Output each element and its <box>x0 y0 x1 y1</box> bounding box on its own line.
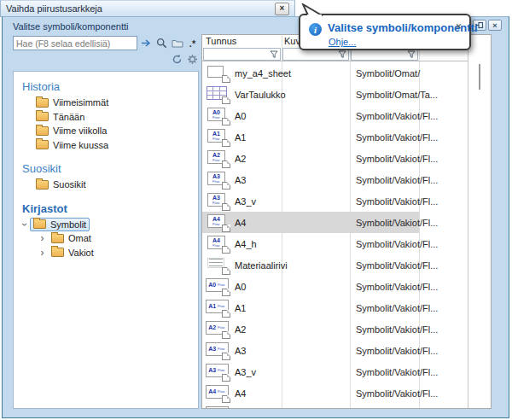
table-rows: my_a4_sheetSymbolit/Omat/VarTaulukkoSymb… <box>202 62 492 408</box>
cell-kuvaus <box>282 318 350 340</box>
table-row[interactable]: A2FlowA2Symbolit/Vakiot/Fl... <box>202 318 492 340</box>
cell-polku: Symbolit/Vakiot/Fl... <box>350 297 419 318</box>
scrollbar-thumb[interactable] <box>479 64 480 90</box>
folder-icon <box>51 248 64 257</box>
cell-tunnus: A0FlowA0 <box>202 276 282 297</box>
folder-browse-icon[interactable] <box>170 36 184 50</box>
table-row[interactable]: A1FlowA1Symbolit/Vakiot/Fl... <box>202 126 492 148</box>
tree-item-suosikit[interactable]: Suosikit <box>14 178 198 192</box>
cell-polku: Symbolit/Vakiot/Fl... <box>350 233 419 254</box>
cell-kuvaus <box>282 382 350 404</box>
tree-item-viime-viikolla[interactable]: Viime viikolla <box>14 124 198 138</box>
cell-tunnus: my_a4_sheet <box>202 62 282 84</box>
help-callout: i Valitse symboli/komponentti × Ohje... <box>299 14 471 50</box>
thumbnail-label: A4 <box>212 216 220 222</box>
tree-item-symbolit[interactable]: ›Symbolit <box>14 218 198 232</box>
page-corner-icon <box>222 182 230 190</box>
cell-kuvaus <box>282 84 350 105</box>
table-row[interactable]: VarTaulukkoSymbolit/Omat/Ta... <box>202 84 492 105</box>
page-corner-icon <box>222 75 230 83</box>
table-row[interactable]: A3FlowA3Symbolit/Vakiot/Fl... <box>202 169 492 190</box>
symbol-thumbnail-icon <box>205 85 231 104</box>
table-row[interactable]: A0FlowA0Symbolit/Vakiot/Fl... <box>202 276 492 297</box>
table-row[interactable]: A3FlowA3_vSymbolit/Vakiot/Fl... <box>202 361 492 382</box>
close-icon[interactable]: × <box>488 20 502 31</box>
tree-item-t-n-n[interactable]: Tänään <box>14 110 198 125</box>
regex-toggle[interactable]: .* <box>185 36 200 50</box>
help-link[interactable]: Ohje... <box>329 37 356 47</box>
row-tunnus-text: A4_h <box>235 239 257 249</box>
tree-item-viimeisimm-t[interactable]: Viimeisimmät <box>14 96 198 110</box>
cell-kuvaus <box>282 297 350 318</box>
page-corner-icon <box>222 395 230 403</box>
table-row[interactable]: MateriaaliriviSymbolit/Vakiot/Fl... <box>202 254 492 276</box>
thumbnail-sublabel: Flow <box>212 115 219 119</box>
table-row[interactable]: A4FlowA4_hSymbolit/Vakiot/Fl... <box>202 233 492 254</box>
page-corner-icon <box>222 310 230 318</box>
page-corner-icon <box>222 96 230 104</box>
table-row[interactable]: A3FlowA3_vSymbolit/Vakiot/Fl... <box>202 190 492 212</box>
row-tunnus-text: A0 <box>235 111 246 121</box>
outer-window-title: Vaihda piirustusarkkeja <box>6 1 102 16</box>
filter-input-tunnus[interactable] <box>203 48 281 61</box>
outer-window-titlebar: Vaihda piirustusarkkeja × <box>0 0 295 17</box>
table-row[interactable]: A2FlowA2Symbolit/Vakiot/Fl... <box>202 148 492 169</box>
refresh-icon[interactable] <box>170 52 184 67</box>
table-row[interactable]: A4FlowA4_hSymbolit/Vakiot/Fl... <box>202 404 492 408</box>
row-tunnus-text: A2 <box>235 324 246 335</box>
tree-section-header: Kirjastot <box>22 202 198 216</box>
table-row[interactable]: A1FlowA1Symbolit/Vakiot/Fl... <box>202 297 492 318</box>
symbol-thumbnail-icon: A1Flow <box>205 299 231 318</box>
chevron-right-icon[interactable]: › <box>37 248 48 258</box>
chevron-down-icon[interactable]: › <box>20 219 30 230</box>
table-row[interactable]: A3FlowA3Symbolit/Vakiot/Fl... <box>202 340 492 361</box>
filter-funnel-icon <box>407 50 416 59</box>
cell-polku: Symbolit/Vakiot/Fl... <box>350 382 419 404</box>
tree-item-vakiot[interactable]: ›Vakiot <box>14 246 198 260</box>
tree-item-label: Vakiot <box>68 248 94 258</box>
symbol-thumbnail-icon: A0Flow <box>205 107 231 125</box>
cell-tunnus: A3FlowA3 <box>202 340 282 361</box>
thumbnail-sublabel: Flow <box>212 243 219 247</box>
search-icon[interactable] <box>154 36 169 50</box>
cell-tunnus: A1FlowA1 <box>202 297 282 318</box>
search-input[interactable] <box>13 36 137 50</box>
go-arrow-icon[interactable] <box>139 36 154 50</box>
tree-item-body: Symbolit <box>30 218 90 231</box>
chevron-right-icon[interactable]: › <box>37 233 48 243</box>
table-row[interactable]: my_a4_sheetSymbolit/Omat/ <box>202 62 492 84</box>
cell-kuvaus <box>282 361 350 382</box>
thumbnail-label: A3 <box>212 195 220 201</box>
close-icon[interactable]: × <box>456 20 462 32</box>
cell-polku: Symbolit/Vakiot/Fl... <box>350 148 419 169</box>
row-tunnus-text: A3 <box>235 175 246 185</box>
tree-item-label: Viime kuussa <box>53 140 108 150</box>
table-row[interactable]: A4FlowA4Symbolit/Vakiot/Fl... <box>202 382 492 404</box>
page-corner-icon <box>222 139 230 147</box>
cell-polku: Symbolit/Vakiot/Fl... <box>350 212 419 233</box>
tree-item-omat[interactable]: ›Omat <box>14 231 198 246</box>
gear-icon[interactable] <box>185 52 200 67</box>
screen: Vaihda piirustusarkkeja × Valitse symbol… <box>0 0 512 420</box>
symbol-thumbnail-icon: A3Flow <box>205 363 231 382</box>
row-tunnus-text: A4 <box>235 388 246 399</box>
cell-kuvaus <box>282 404 350 408</box>
column-header-tunnus[interactable]: Tunnus <box>202 35 282 47</box>
vertical-scrollbar[interactable] <box>468 35 491 408</box>
callout-tail <box>300 3 323 16</box>
row-tunnus-text: A1 <box>235 132 246 143</box>
row-tunnus-text: A0 <box>235 282 246 292</box>
info-icon: i <box>309 23 322 36</box>
symbol-thumbnail-icon: A4Flow <box>205 405 231 409</box>
cell-kuvaus <box>282 126 350 148</box>
table-row[interactable]: A0FlowA0Symbolit/Vakiot/Fl... <box>202 105 492 126</box>
thumbnail-label: A2 <box>208 324 216 330</box>
symbol-thumbnail-icon: A3Flow <box>205 171 231 190</box>
thumbnail-sublabel: Flow <box>218 369 224 372</box>
thumbnail-label: A3 <box>208 346 216 352</box>
tree-item-viime-kuussa[interactable]: Viime kuussa <box>14 138 198 153</box>
close-icon[interactable]: × <box>275 3 289 15</box>
cell-kuvaus <box>282 169 350 190</box>
row-tunnus-text: A3 <box>235 346 246 356</box>
table-row[interactable]: A4FlowA4Symbolit/Vakiot/Fl... <box>202 212 492 233</box>
